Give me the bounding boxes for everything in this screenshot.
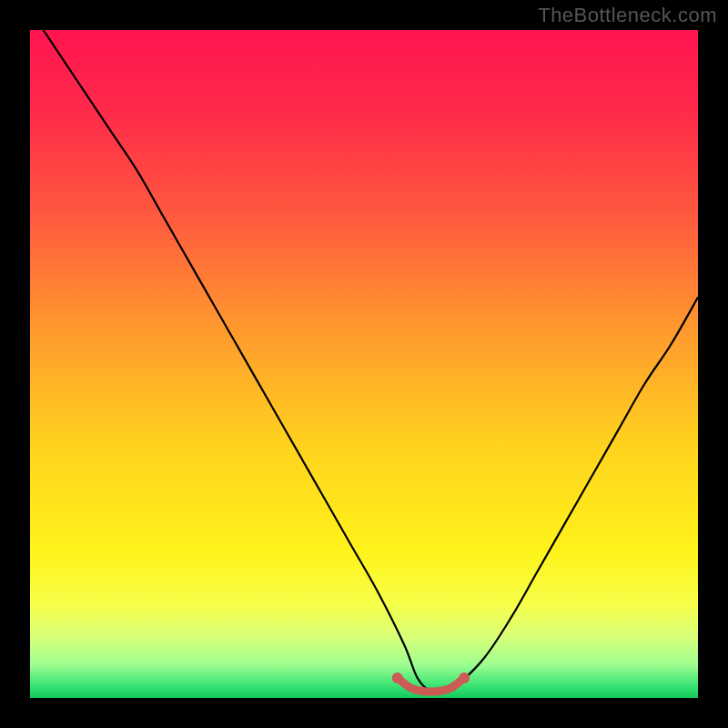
watermark-text: TheBottleneck.com xyxy=(538,4,717,27)
chart-frame: TheBottleneck.com xyxy=(0,0,728,728)
gradient-background xyxy=(30,30,698,698)
plot-area xyxy=(30,30,698,698)
optimal-zone-endpoint xyxy=(392,672,403,683)
optimal-zone-endpoint xyxy=(459,672,470,683)
bottleneck-chart xyxy=(30,30,698,698)
